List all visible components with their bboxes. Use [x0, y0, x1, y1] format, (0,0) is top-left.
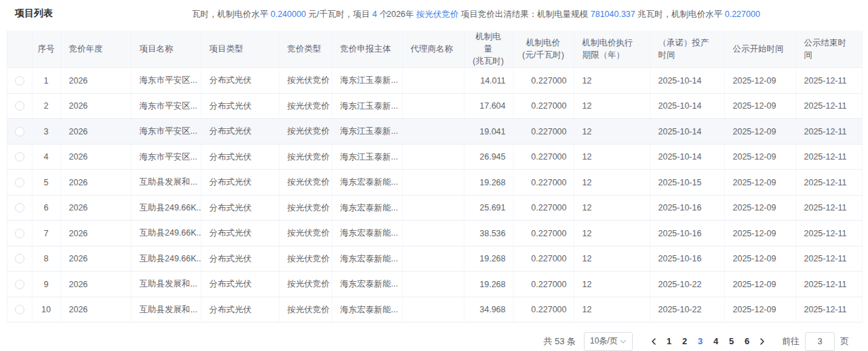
cell-btype: 按光伏竞价: [279, 272, 332, 297]
cell-btype: 按光伏竞价: [279, 119, 332, 145]
cell-entity: 海东宏泰新能...: [332, 272, 402, 297]
cell-agent: [402, 170, 464, 196]
cell-seq: 10: [32, 297, 60, 322]
page-number-6[interactable]: 6: [739, 332, 755, 351]
cell-entity: 海东江玉泰新...: [332, 93, 402, 119]
cell-pub_end: 2025-12-11: [795, 195, 862, 221]
cell-agent: [402, 119, 464, 145]
cell-price: 0.227000: [513, 297, 574, 322]
radio-icon[interactable]: [15, 178, 24, 187]
cell-pub_end: 2025-12-11: [795, 246, 862, 272]
cell-entity: 海东江玉泰新...: [332, 68, 402, 94]
cell-energy: 19.041: [464, 119, 513, 145]
cell-ptype: 分布式光伏: [201, 221, 279, 246]
column-header-select: [7, 31, 32, 68]
cell-agent: [402, 195, 464, 221]
row-select-cell: [7, 272, 32, 297]
ticker-text: 2026年: [387, 10, 416, 19]
radio-icon[interactable]: [15, 229, 24, 238]
cell-agent: [402, 297, 464, 322]
table-row: 72026互助县249.66K...分布式光伏按光伏竞价海东宏泰新能...38.…: [7, 221, 862, 246]
goto-page-input[interactable]: [805, 332, 835, 351]
prev-page-button[interactable]: [646, 332, 661, 351]
cell-name: 海东市平安区...: [131, 144, 201, 170]
cell-pub_start: 2025-12-09: [724, 170, 795, 196]
cell-prod_date: 2025-10-15: [650, 170, 724, 196]
cell-name: 海东市平安区...: [131, 119, 201, 145]
cell-btype: 按光伏竞价: [279, 170, 332, 196]
cell-year: 2026: [60, 272, 131, 297]
cell-pub_start: 2025-12-09: [724, 93, 795, 119]
radio-icon[interactable]: [15, 76, 24, 86]
radio-icon[interactable]: [15, 305, 24, 314]
page-size-select[interactable]: 10条/页: [584, 332, 633, 351]
cell-prod_date: 2025-10-16: [650, 195, 724, 221]
cell-ptype: 分布式光伏: [201, 68, 279, 94]
cell-pub_start: 2025-12-09: [724, 119, 795, 145]
cell-btype: 按光伏竞价: [279, 246, 332, 272]
cell-prod_date: 2025-10-14: [650, 119, 724, 145]
cell-agent: [402, 272, 464, 297]
page-number-3[interactable]: 3: [692, 332, 708, 351]
cell-pub_end: 2025-12-11: [795, 119, 862, 145]
cell-pub_end: 2025-12-11: [795, 221, 862, 246]
radio-icon[interactable]: [15, 280, 24, 289]
cell-seq: 8: [32, 246, 60, 272]
cell-agent: [402, 144, 464, 170]
cell-name: 互助县发展和...: [131, 297, 201, 322]
cell-agent: [402, 221, 464, 246]
column-header-prod_date: （承诺）投产 时间: [650, 31, 724, 68]
next-page-button[interactable]: [755, 332, 770, 351]
cell-pub_start: 2025-12-09: [724, 272, 795, 297]
cell-ptype: 分布式光伏: [201, 195, 279, 221]
page-number-1[interactable]: 1: [661, 332, 677, 351]
cell-term: 12: [574, 246, 650, 272]
cell-seq: 1: [32, 68, 60, 94]
chevron-down-icon: [620, 338, 627, 345]
cell-name: 互助县发展和...: [131, 170, 201, 196]
row-select-cell: [7, 221, 32, 246]
page-number-2[interactable]: 2: [677, 332, 692, 351]
radio-icon[interactable]: [15, 152, 24, 162]
cell-year: 2026: [60, 119, 131, 145]
cell-entity: 海东江玉泰新...: [332, 144, 402, 170]
row-select-cell: [7, 297, 32, 322]
cell-year: 2026: [60, 297, 131, 322]
cell-energy: 19.268: [464, 246, 513, 272]
cell-seq: 5: [32, 170, 60, 196]
cell-prod_date: 2025-10-14: [650, 93, 724, 119]
table-row: 22026海东市平安区...分布式光伏按光伏竞价海东江玉泰新...17.6040…: [7, 93, 862, 119]
cell-pub_start: 2025-12-09: [724, 221, 795, 246]
page-number-5[interactable]: 5: [724, 332, 739, 351]
cell-prod_date: 2025-10-14: [650, 144, 724, 170]
cell-agent: [402, 68, 464, 94]
radio-icon[interactable]: [15, 203, 24, 213]
cell-year: 2026: [60, 195, 131, 221]
project-table: 序号竞价年度项目名称项目类型竞价类型竞价申报主体代理商名称机制电量 (兆瓦时)机…: [7, 31, 861, 322]
column-header-pub_start: 公示开始时间: [724, 31, 795, 68]
cell-price: 0.227000: [513, 246, 574, 272]
cell-pub_end: 2025-12-11: [795, 144, 862, 170]
ticker-link[interactable]: 按光伏竞价: [416, 10, 459, 19]
table-row: 62026互助县249.66K...分布式光伏按光伏竞价海东宏泰新能...25.…: [7, 195, 862, 221]
table-row: 102026互助县发展和...分布式光伏按光伏竞价海东宏泰新能...34.968…: [7, 297, 862, 322]
cell-prod_date: 2025-10-14: [650, 68, 724, 94]
radio-icon[interactable]: [15, 101, 24, 111]
row-select-cell: [7, 246, 32, 272]
cell-btype: 按光伏竞价: [279, 297, 332, 322]
radio-icon[interactable]: [15, 127, 24, 136]
cell-term: 12: [574, 68, 650, 94]
cell-prod_date: 2025-10-16: [650, 221, 724, 246]
goto-unit: 页: [840, 335, 849, 348]
cell-pub_start: 2025-12-09: [724, 144, 795, 170]
cell-agent: [402, 93, 464, 119]
title-bar: 项目列表 瓦时，机制电价水平 0.240000 元/千瓦时，项目 4 个 202…: [0, 0, 868, 31]
cell-ptype: 分布式光伏: [201, 144, 279, 170]
cell-prod_date: 2025-10-16: [650, 246, 724, 272]
column-header-seq: 序号: [32, 31, 60, 68]
cell-year: 2026: [60, 144, 131, 170]
column-header-ptype: 项目类型: [201, 31, 279, 68]
page-number-4[interactable]: 4: [708, 332, 724, 351]
cell-term: 12: [574, 144, 650, 170]
radio-icon[interactable]: [15, 254, 24, 263]
